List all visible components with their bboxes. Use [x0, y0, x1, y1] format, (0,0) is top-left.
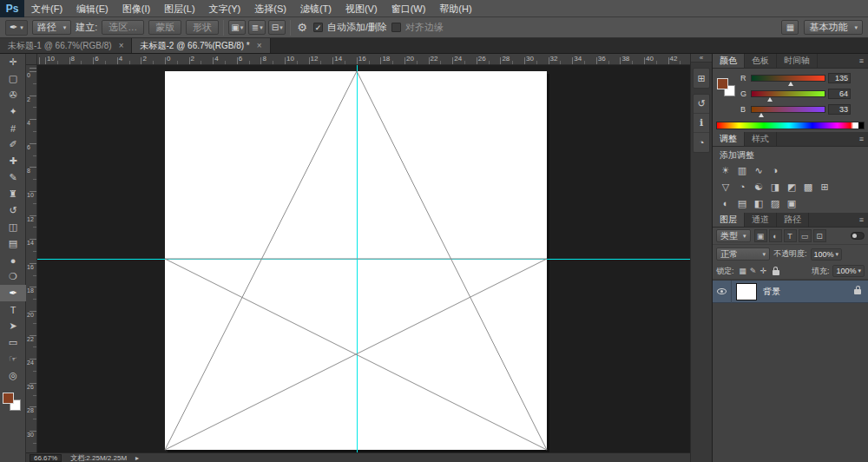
posterize-icon[interactable]: ▤ [734, 195, 750, 211]
filter-pixel-layers-icon[interactable]: ▣ [754, 229, 767, 242]
make-mask-button[interactable]: 蒙版 [148, 20, 181, 35]
move-tool[interactable]: ✛ [0, 54, 26, 70]
document-canvas[interactable] [165, 71, 547, 450]
filter-type-layers-icon[interactable]: T [784, 229, 797, 242]
black-white-icon[interactable]: ◨ [767, 179, 783, 195]
quick-selection-tool[interactable]: ✦ [0, 103, 26, 120]
brush-tool[interactable]: ✎ [0, 169, 26, 186]
gradient-tool[interactable]: ▤ [0, 235, 26, 252]
hand-tool[interactable]: ☞ [0, 351, 26, 367]
dodge-tool[interactable]: ❍ [0, 268, 26, 285]
type-tool[interactable]: T [0, 301, 26, 318]
adjust-tab-调整[interactable]: 调整 [713, 132, 745, 146]
channel-mixer-icon[interactable]: ▩ [800, 179, 816, 195]
history-panel-icon[interactable]: ↺ [694, 95, 709, 114]
channel-slider-thumb[interactable] [788, 82, 793, 86]
color-lookup-icon[interactable]: ⊞ [817, 179, 832, 195]
panel-menu-icon[interactable]: ≡ [855, 213, 868, 227]
channel-value-field[interactable]: 64 [828, 89, 851, 99]
curves-icon[interactable]: ∿ [751, 162, 766, 178]
channel-slider-thumb[interactable] [767, 97, 773, 102]
zoom-tool[interactable]: ◎ [0, 367, 26, 384]
menu-item-6[interactable]: 滤镜(T) [293, 0, 339, 17]
threshold-icon[interactable]: ◧ [751, 195, 766, 211]
layer-row-background[interactable]: 背景 [713, 280, 868, 303]
blur-tool[interactable]: ● [0, 252, 26, 268]
panel-menu-icon[interactable]: ≡ [855, 132, 868, 146]
path-alignment-icon[interactable]: ≣▾ [248, 20, 266, 35]
expand-dock-button[interactable]: « [691, 54, 712, 63]
lock-image-icon[interactable]: ✎ [748, 267, 759, 275]
lock-position-icon[interactable]: ✛ [759, 267, 769, 275]
layer-visibility-toggle[interactable] [713, 280, 732, 303]
menu-item-8[interactable]: 窗口(W) [385, 0, 433, 17]
color-tab-色板[interactable]: 色板 [745, 54, 777, 68]
tool-preset-picker[interactable]: ✒ ▾ [5, 20, 28, 36]
color-spectrum-ramp[interactable] [716, 122, 865, 129]
crop-tool[interactable]: # [0, 120, 26, 136]
selective-color-icon[interactable]: ▣ [784, 195, 799, 211]
eyedropper-tool[interactable]: ✐ [0, 136, 26, 153]
lock-transparency-icon[interactable]: ▦ [738, 267, 748, 275]
layer-filter-toggle[interactable] [851, 232, 865, 240]
menu-item-0[interactable]: 文件(F) [24, 0, 69, 17]
healing-brush-tool[interactable]: ✚ [0, 153, 26, 169]
layers-tab-图层[interactable]: 图层 [713, 213, 745, 227]
photo-filter-icon[interactable]: ◩ [784, 179, 799, 195]
color-tab-颜色[interactable]: 颜色 [713, 54, 745, 68]
menu-item-1[interactable]: 编辑(E) [69, 0, 115, 17]
panel-layout-icon[interactable]: ▦ [781, 20, 799, 35]
tab-close-icon[interactable]: × [257, 41, 262, 50]
arrange-documents-panel-icon[interactable]: ⊞ [694, 69, 709, 88]
menu-item-2[interactable]: 图像(I) [115, 0, 157, 17]
filter-adjustment-layers-icon[interactable]: ◐ [769, 229, 782, 242]
panel-menu-icon[interactable]: ≡ [855, 54, 868, 68]
align-edges-checkbox[interactable] [391, 23, 401, 32]
make-selection-button[interactable]: 选区… [102, 20, 144, 35]
history-brush-tool[interactable]: ↺ [0, 202, 26, 219]
clone-stamp-tool[interactable]: ♜ [0, 186, 26, 202]
menu-item-7[interactable]: 视图(V) [339, 0, 385, 17]
lasso-tool[interactable]: ✇ [0, 87, 26, 103]
adjust-tab-样式[interactable]: 样式 [745, 132, 777, 146]
gradient-map-icon[interactable]: ▨ [767, 195, 783, 211]
filter-smart-objects-icon[interactable]: ⊡ [813, 229, 826, 242]
menu-item-4[interactable]: 文字(Y) [202, 0, 248, 17]
filter-shape-layers-icon[interactable]: ▭ [799, 229, 812, 242]
doc-tab-1[interactable]: 未标题-2 @ 66.7%(RGB/8) *× [132, 38, 270, 53]
auto-add-delete-checkbox[interactable]: ✓ [313, 23, 323, 32]
menu-item-3[interactable]: 图层(L) [157, 0, 201, 17]
make-shape-button[interactable]: 形状 [186, 20, 219, 35]
properties-panel-icon[interactable]: ◔ [694, 133, 709, 152]
shape-tool[interactable]: ▭ [0, 334, 26, 351]
invert-icon[interactable]: ◐ [718, 195, 733, 211]
pen-tool[interactable]: ✒ [0, 285, 26, 301]
rectangular-marquee-tool[interactable]: ▢ [0, 70, 26, 87]
foreground-color-swatch[interactable] [717, 78, 728, 89]
path-operations-icon[interactable]: ▣▾ [228, 20, 246, 35]
tab-close-icon[interactable]: × [119, 41, 124, 50]
lock-all-icon[interactable] [773, 270, 779, 275]
gear-icon[interactable]: ⚙ [295, 21, 309, 34]
layers-tab-通道[interactable]: 通道 [745, 213, 777, 227]
exposure-icon[interactable]: ◑ [767, 162, 783, 178]
ruler-left[interactable]: 024681012141618202224262830 [26, 65, 37, 452]
blend-mode-select[interactable]: 正常 ▾ [716, 248, 770, 261]
menu-item-9[interactable]: 帮助(H) [432, 0, 478, 17]
channel-value-field[interactable]: 135 [828, 73, 851, 83]
zoom-level-field[interactable]: 66.67% [30, 454, 62, 462]
canvas-area[interactable] [37, 65, 690, 452]
color-tab-时间轴[interactable]: 时间轴 [777, 54, 818, 68]
levels-icon[interactable]: ▥ [734, 162, 750, 178]
vibrance-icon[interactable]: ▽ [718, 179, 733, 195]
info-panel-icon[interactable]: ℹ [694, 114, 709, 133]
tool-mode-select[interactable]: 路径 ▾ [32, 20, 72, 35]
channel-slider-track[interactable] [751, 75, 825, 82]
color-balance-icon[interactable]: ☯ [751, 179, 766, 195]
status-arrow-icon[interactable]: ▸ [135, 454, 139, 462]
channel-value-field[interactable]: 33 [828, 104, 851, 115]
channel-slider-track[interactable] [751, 90, 825, 97]
foreground-color-swatch[interactable] [3, 393, 14, 404]
doc-tab-0[interactable]: 未标题-1 @ 66.7%(RGB/8)× [0, 38, 132, 53]
channel-slider-track[interactable] [751, 106, 825, 113]
